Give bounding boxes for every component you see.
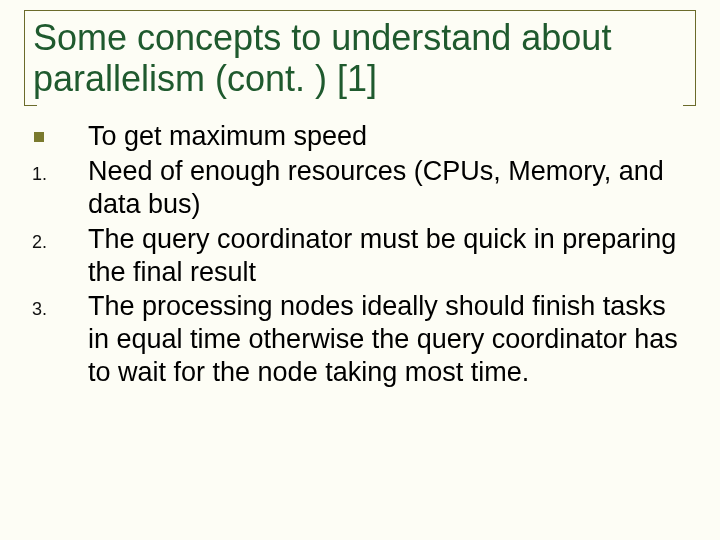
list-item-text: Need of enough resources (CPUs, Memory, … — [88, 155, 690, 221]
list-item-text: To get maximum speed — [88, 120, 690, 153]
list-number: 1. — [32, 155, 88, 184]
list-item-text: The processing nodes ideally should fini… — [88, 290, 690, 389]
slide-body: To get maximum speed 1. Need of enough r… — [24, 120, 696, 390]
list-item: 3. The processing nodes ideally should f… — [32, 290, 690, 389]
list-item: 2. The query coordinator must be quick i… — [32, 223, 690, 289]
list-item-text: The query coordinator must be quick in p… — [88, 223, 690, 289]
list-item: 1. Need of enough resources (CPUs, Memor… — [32, 155, 690, 221]
slide-title: Some concepts to understand about parall… — [33, 17, 687, 100]
title-container: Some concepts to understand about parall… — [24, 10, 696, 106]
list-item: To get maximum speed — [32, 120, 690, 153]
list-number: 3. — [32, 290, 88, 319]
slide: Some concepts to understand about parall… — [0, 0, 720, 540]
bullet-square-icon — [32, 120, 88, 146]
list-number: 2. — [32, 223, 88, 252]
